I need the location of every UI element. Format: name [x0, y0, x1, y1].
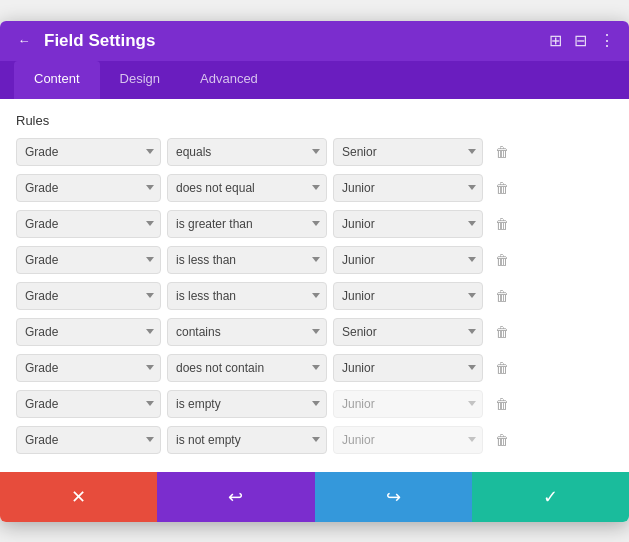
- field-select-5[interactable]: GradeNameAgeScore: [16, 318, 161, 346]
- tab-design[interactable]: Design: [100, 61, 180, 99]
- header-icons: ⊞ ⊟ ⋮: [549, 31, 615, 50]
- operator-select-2[interactable]: equalsdoes not equalis greater thanis le…: [167, 210, 327, 238]
- field-select-7[interactable]: GradeNameAgeScore: [16, 390, 161, 418]
- delete-rule-5[interactable]: 🗑: [489, 321, 515, 343]
- delete-rule-4[interactable]: 🗑: [489, 285, 515, 307]
- rule-row: GradeNameAgeScoreequalsdoes not equalis …: [16, 354, 613, 382]
- delete-rule-3[interactable]: 🗑: [489, 249, 515, 271]
- field-select-4[interactable]: GradeNameAgeScore: [16, 282, 161, 310]
- field-select-1[interactable]: GradeNameAgeScore: [16, 174, 161, 202]
- operator-select-3[interactable]: equalsdoes not equalis greater thanis le…: [167, 246, 327, 274]
- expand-icon[interactable]: ⊞: [549, 31, 562, 50]
- rules-label: Rules: [16, 113, 613, 128]
- content-area: Rules GradeNameAgeScoreequalsdoes not eq…: [0, 99, 629, 472]
- value-select-6[interactable]: SeniorJuniorFreshmanSophomore: [333, 354, 483, 382]
- value-select-7: SeniorJuniorFreshmanSophomore: [333, 390, 483, 418]
- rule-row: GradeNameAgeScoreequalsdoes not equalis …: [16, 318, 613, 346]
- value-select-0[interactable]: SeniorJuniorFreshmanSophomore: [333, 138, 483, 166]
- field-select-2[interactable]: GradeNameAgeScore: [16, 210, 161, 238]
- window: ← Field Settings ⊞ ⊟ ⋮ Content Design Ad…: [0, 21, 629, 522]
- delete-rule-1[interactable]: 🗑: [489, 177, 515, 199]
- tabs: Content Design Advanced: [0, 61, 629, 99]
- undo-button[interactable]: ↩: [157, 472, 314, 522]
- field-select-3[interactable]: GradeNameAgeScore: [16, 246, 161, 274]
- value-select-4[interactable]: SeniorJuniorFreshmanSophomore: [333, 282, 483, 310]
- rule-row: GradeNameAgeScoreequalsdoes not equalis …: [16, 138, 613, 166]
- confirm-button[interactable]: ✓: [472, 472, 629, 522]
- field-select-8[interactable]: GradeNameAgeScore: [16, 426, 161, 454]
- operator-select-4[interactable]: equalsdoes not equalis greater thanis le…: [167, 282, 327, 310]
- cancel-button[interactable]: ✕: [0, 472, 157, 522]
- value-select-2[interactable]: SeniorJuniorFreshmanSophomore: [333, 210, 483, 238]
- field-select-6[interactable]: GradeNameAgeScore: [16, 354, 161, 382]
- rule-row: GradeNameAgeScoreequalsdoes not equalis …: [16, 246, 613, 274]
- value-select-1[interactable]: SeniorJuniorFreshmanSophomore: [333, 174, 483, 202]
- operator-select-8[interactable]: equalsdoes not equalis greater thanis le…: [167, 426, 327, 454]
- delete-rule-0[interactable]: 🗑: [489, 141, 515, 163]
- value-select-3[interactable]: SeniorJuniorFreshmanSophomore: [333, 246, 483, 274]
- more-options-icon[interactable]: ⋮: [599, 31, 615, 50]
- grid-icon[interactable]: ⊟: [574, 31, 587, 50]
- rule-row: GradeNameAgeScoreequalsdoes not equalis …: [16, 174, 613, 202]
- operator-select-7[interactable]: equalsdoes not equalis greater thanis le…: [167, 390, 327, 418]
- value-select-5[interactable]: SeniorJuniorFreshmanSophomore: [333, 318, 483, 346]
- rule-row: GradeNameAgeScoreequalsdoes not equalis …: [16, 210, 613, 238]
- rules-container: GradeNameAgeScoreequalsdoes not equalis …: [16, 138, 613, 454]
- operator-select-6[interactable]: equalsdoes not equalis greater thanis le…: [167, 354, 327, 382]
- redo-button[interactable]: ↪: [315, 472, 472, 522]
- rule-row: GradeNameAgeScoreequalsdoes not equalis …: [16, 282, 613, 310]
- header: ← Field Settings ⊞ ⊟ ⋮: [0, 21, 629, 61]
- field-select-0[interactable]: GradeNameAgeScore: [16, 138, 161, 166]
- delete-rule-7[interactable]: 🗑: [489, 393, 515, 415]
- page-title: Field Settings: [44, 31, 155, 51]
- operator-select-5[interactable]: equalsdoes not equalis greater thanis le…: [167, 318, 327, 346]
- operator-select-1[interactable]: equalsdoes not equalis greater thanis le…: [167, 174, 327, 202]
- rule-row: GradeNameAgeScoreequalsdoes not equalis …: [16, 390, 613, 418]
- tab-content[interactable]: Content: [14, 61, 100, 99]
- back-button[interactable]: ←: [14, 31, 34, 51]
- value-select-8: SeniorJuniorFreshmanSophomore: [333, 426, 483, 454]
- header-left: ← Field Settings: [14, 31, 155, 51]
- delete-rule-8[interactable]: 🗑: [489, 429, 515, 451]
- delete-rule-2[interactable]: 🗑: [489, 213, 515, 235]
- rule-row: GradeNameAgeScoreequalsdoes not equalis …: [16, 426, 613, 454]
- operator-select-0[interactable]: equalsdoes not equalis greater thanis le…: [167, 138, 327, 166]
- delete-rule-6[interactable]: 🗑: [489, 357, 515, 379]
- tab-advanced[interactable]: Advanced: [180, 61, 278, 99]
- footer: ✕ ↩ ↪ ✓: [0, 472, 629, 522]
